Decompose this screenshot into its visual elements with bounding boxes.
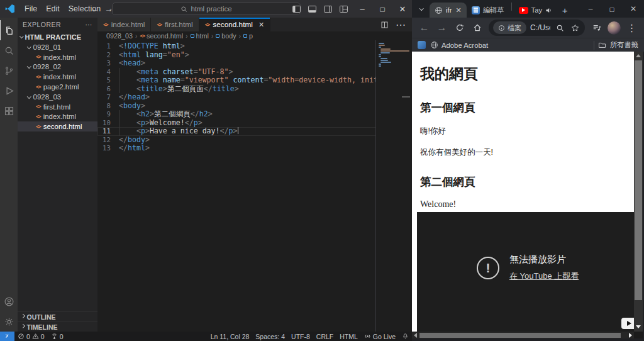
split-editor-icon[interactable] [380,21,389,29]
activity-account-icon[interactable] [0,291,18,311]
toggle-panel-icon[interactable] [304,0,320,18]
vertical-scrollbar-thumb[interactable] [635,60,642,300]
toggle-secondary-sidebar-icon[interactable] [320,0,336,18]
code-line-1[interactable]: 1 <!DOCTYPE html> [97,42,412,51]
code-line-4[interactable]: 4 <meta charset="UTF-8"> [97,68,412,77]
minimap[interactable] [375,40,412,332]
home-button[interactable] [469,20,485,36]
editor-more-actions-icon[interactable]: ⋯ [396,19,406,31]
editor-tab-index.html[interactable]: <> index.html [97,18,151,31]
browser-forward-button[interactable]: → [434,20,450,36]
explorer-item-second.html[interactable]: <>second.html [18,121,97,131]
reload-button[interactable] [452,20,467,36]
status-ln[interactable]: Ln 11, Col 28 [208,332,253,341]
explorer-item-0928_01[interactable]: 0928_01 [18,42,97,52]
new-tab-button[interactable]: + [557,3,572,18]
explorer-item-index.html[interactable]: <>index.html [18,72,97,82]
tab-audio-icon[interactable] [545,7,552,14]
browser-close-button[interactable]: ✕ [623,0,644,18]
scroll-down-arrow[interactable] [636,325,641,328]
explorer-item-index.html[interactable]: <>index.html [18,112,97,122]
breadcrumb-item[interactable]: html [191,32,209,40]
browser-tab-Tay[interactable]: Tay [514,3,558,18]
explorer-more-actions-icon[interactable]: ⋯ [86,21,93,28]
folder-icon[interactable] [598,41,606,49]
vscode-close-button[interactable]: ✕ [393,0,412,18]
close-tab-icon[interactable]: ✕ [258,21,264,29]
activity-search-icon[interactable] [0,40,18,60]
code-line-13[interactable]: 13 </html> [97,144,412,153]
all-bookmarks-label[interactable]: 所有書籤 [610,40,638,50]
editor-tab-second.html[interactable]: <> second.html✕ [199,18,270,31]
customize-layout-icon[interactable] [336,0,352,18]
command-center-search[interactable]: html practice [112,3,301,15]
history-back-button[interactable]: ← [91,4,99,14]
explorer-item-page2.html[interactable]: <>page2.html [18,82,97,92]
scroll-left-arrow[interactable] [414,333,417,338]
code-line-2[interactable]: 2 <html lang="en"> [97,51,412,60]
media-controls-icon[interactable] [589,20,604,36]
go-live-button[interactable]: Go Live [361,332,399,341]
explorer-item-0928_03[interactable]: 0928_03 [18,92,97,102]
sidebar-section-timeline[interactable]: TIMELINE [18,321,97,332]
code-line-9[interactable]: 9 <h2>第二個網頁</h2> [97,110,412,119]
horizontal-scrollbar-thumb[interactable] [419,333,621,338]
zoom-icon[interactable] [554,22,565,33]
vertical-scrollbar[interactable] [634,52,643,332]
browser-maximize-button[interactable]: ▢ [601,0,623,18]
browser-tab-編輯草[interactable]: 編輯草 [467,3,509,18]
horizontal-scrollbar[interactable] [412,332,634,338]
breadcrumb-item[interactable]: body [216,32,236,40]
code-line-7[interactable]: 7 </head> [97,93,412,102]
status-utf-8[interactable]: UTF-8 [288,332,313,341]
sidebar-section-outline[interactable]: OUTLINE [18,311,97,321]
code-line-10[interactable]: 10 <p>Welcome!</p> [97,119,412,128]
watch-on-youtube-link[interactable]: 在 YouTube 上觀看 [509,271,579,282]
code-line-5[interactable]: 5 <meta name="viewport" content="width=d… [97,76,412,85]
code-line-11[interactable]: 11 <p>Have a nice day!</p> [97,127,412,136]
status-spaces[interactable]: Spaces: 4 [252,332,288,341]
browser-back-button[interactable]: ← [416,20,432,36]
explorer-root-folder[interactable]: HTML PRACTICE [18,31,97,42]
browser-menu-icon[interactable]: ⋮ [624,20,640,36]
tab-search-chevron-icon[interactable] [416,3,427,14]
explorer-item-index.html[interactable]: <>index.html [18,52,97,62]
code-line-8[interactable]: 8 <body> [97,102,412,111]
menu-edit[interactable]: Edit [42,4,64,13]
explorer-item-first.html[interactable]: <>first.html [18,102,97,112]
close-tab-icon[interactable]: ✕ [455,6,461,14]
status-html[interactable]: HTML [336,332,361,341]
toggle-sidebar-icon[interactable] [289,0,304,18]
url-text[interactable]: C:/Users/U... [530,23,550,32]
code-editor[interactable]: 1 <!DOCTYPE html> 2 <html lang="en"> 3 <… [97,40,412,332]
scroll-right-arrow[interactable] [629,333,632,338]
breadcrumb-item[interactable]: <>second.html [140,32,183,40]
browser-tab-ifr[interactable]: ifr ✕ [430,3,467,18]
profile-avatar[interactable] [608,21,621,35]
breadcrumb-item[interactable]: p [243,32,253,40]
explorer-item-0928_02[interactable]: 0928_02 [18,62,97,72]
activity-extensions-icon[interactable] [0,101,18,121]
bookmark-star-icon[interactable] [569,22,580,33]
problems-indicator[interactable]: 0 0 [14,332,48,341]
breadcrumb-item[interactable]: 0928_03 [106,32,133,40]
vscode-minimize-button[interactable]: – [353,0,372,18]
address-bar[interactable]: 檔案 C:/Users/U... [489,20,585,36]
status-crlf[interactable]: CRLF [313,332,336,341]
activity-files-icon[interactable] [0,20,18,40]
scroll-up-arrow[interactable] [636,54,641,57]
vscode-maximize-button[interactable]: ▢ [373,0,392,18]
notifications-bell-icon[interactable] [399,332,412,341]
code-line-6[interactable]: 6 <title>第二個頁面</title> [97,85,412,94]
activity-run-debug-icon[interactable] [0,81,18,101]
breadcrumb[interactable]: 0928_03›<>second.html›html›body›p [97,31,412,40]
browser-minimize-button[interactable]: – [580,0,601,18]
code-line-12[interactable]: 12 </body> [97,136,412,145]
menu-file[interactable]: File [20,4,42,13]
activity-settings-icon[interactable] [0,311,18,332]
url-scheme-chip[interactable]: 檔案 [493,21,526,34]
bookmark-adobe-acrobat[interactable]: Adobe Acrobat [430,41,488,49]
ports-indicator[interactable]: 0 [48,332,67,341]
editor-tab-first.html[interactable]: <> first.html [151,18,199,31]
code-line-3[interactable]: 3 <head> [97,59,412,68]
